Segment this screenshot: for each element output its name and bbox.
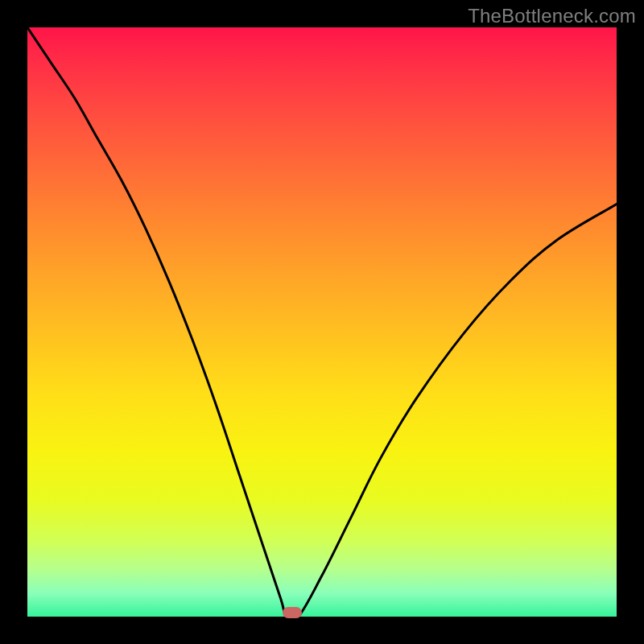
plot-area [27, 27, 617, 617]
chart-frame: TheBottleneck.com [0, 0, 644, 644]
curve-path [27, 27, 617, 617]
curve-svg [27, 27, 617, 617]
min-marker [283, 607, 302, 618]
watermark-text: TheBottleneck.com [468, 5, 636, 27]
